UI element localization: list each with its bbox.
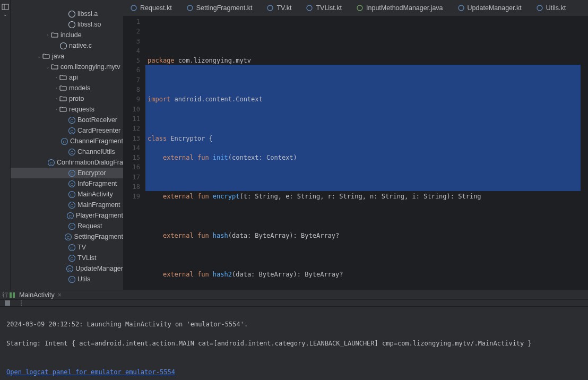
line-number: 3	[123, 37, 140, 46]
tree-item-mainactivity[interactable]: CMainActivity	[11, 189, 123, 200]
tab-label: TV.kt	[276, 4, 291, 12]
tree-item-com-lizongying-mytv[interactable]: ⌄com.lizongying.mytv	[11, 62, 123, 72]
kotlin-file-icon	[187, 5, 193, 11]
editor-tabs: Request.ktSettingFragment.ktTV.ktTVList.…	[123, 0, 588, 16]
line-number: 7	[123, 75, 140, 85]
tree-item-label: api	[69, 74, 78, 81]
line-number: 5	[123, 56, 140, 65]
kotlin-file-icon: C	[68, 201, 75, 209]
svg-text:C: C	[70, 277, 73, 282]
svg-point-49	[21, 305, 22, 306]
svg-text:C: C	[70, 224, 73, 229]
line-number: 14	[123, 143, 140, 153]
chevron-icon[interactable]: ›	[46, 32, 50, 38]
tab-label: SettingFragment.kt	[196, 4, 253, 12]
tree-item-include[interactable]: ›include	[11, 30, 123, 40]
line-number: 8	[123, 85, 140, 94]
tree-item-models[interactable]: ›models	[11, 83, 123, 93]
editor-tab-request-kt[interactable]: Request.kt	[123, 0, 179, 16]
stop-button[interactable]	[4, 300, 11, 306]
tree-item-encryptor[interactable]: CEncryptor	[11, 168, 123, 178]
project-view-toggle[interactable]	[2, 3, 9, 11]
editor-tab-settingfragment-kt[interactable]: SettingFragment.kt	[179, 0, 260, 16]
chevron-icon[interactable]: ⌄	[46, 64, 50, 70]
editor-tab-tvlist-kt[interactable]: TVList.kt	[299, 0, 349, 16]
tree-item-libssl-so[interactable]: libssl.so	[11, 19, 123, 30]
kotlin-file-icon: C	[68, 244, 75, 251]
svg-text:C: C	[50, 160, 53, 165]
kotlin-file-icon	[537, 5, 543, 11]
tool-window-gutter: ⌄	[0, 0, 11, 290]
kotlin-file-icon: C	[68, 254, 75, 262]
chevron-icon[interactable]: ⌄	[37, 54, 41, 59]
svg-point-42	[459, 5, 464, 11]
tree-item-channelutils[interactable]: CChannelUtils	[11, 146, 123, 157]
tree-item-label: SettingFragment	[74, 233, 123, 240]
kotlin-file-icon: C	[66, 265, 74, 272]
kotlin-file-icon: C	[68, 148, 75, 156]
tree-item-label: Request	[77, 222, 102, 230]
tree-item-request[interactable]: CRequest	[11, 221, 123, 231]
tree-item-label: requests	[69, 106, 94, 113]
logcat-link[interactable]: Open logcat panel for emulator emulator-…	[6, 368, 175, 376]
close-icon[interactable]: ×	[58, 291, 62, 299]
keyword: class	[148, 135, 167, 142]
chevron-down-icon[interactable]: ⌄	[3, 12, 7, 17]
code-editor[interactable]: 12345678910111213141516171819 package co…	[123, 16, 588, 290]
line-number: 1	[123, 17, 140, 27]
tree-item-proto[interactable]: ›proto	[11, 93, 123, 104]
c-file-icon	[68, 21, 75, 28]
tree-item-updatemanager[interactable]: CUpdateManager	[11, 263, 123, 274]
line-number: 2	[123, 27, 140, 36]
line-number: 10	[123, 105, 140, 114]
tree-item-mainfragment[interactable]: CMainFragment	[11, 200, 123, 210]
tree-item-tvlist[interactable]: CTVList	[11, 253, 123, 263]
run-panel-tabs: 行 MainActivity ×	[0, 290, 588, 300]
tree-item-label: MainActivity	[77, 191, 113, 198]
tree-item-infofragment[interactable]: CInfoFragment	[11, 178, 123, 189]
editor-tab-tv-kt[interactable]: TV.kt	[260, 0, 299, 16]
svg-point-4	[60, 42, 66, 49]
kotlin-file-icon: C	[68, 191, 75, 198]
chevron-icon[interactable]: ›	[54, 107, 58, 112]
tab-label: Request.kt	[140, 4, 172, 12]
console-output[interactable]: 2024-03-09 20:12:52: Launching MainActiv…	[0, 307, 588, 380]
tree-item-confirmationdialogfra[interactable]: CConfirmationDialogFra	[11, 157, 123, 168]
tree-item-label: models	[69, 84, 90, 92]
line-number: 4	[123, 46, 140, 56]
svg-text:C: C	[63, 139, 66, 144]
folder-icon	[51, 31, 58, 39]
tree-item-libssl-a[interactable]: libssl.a	[11, 8, 123, 19]
c-file-icon	[59, 42, 67, 49]
line-number: 11	[123, 114, 140, 124]
tree-item-label: ConfirmationDialogFra	[57, 159, 123, 166]
kotlin-file-icon: C	[48, 159, 55, 166]
tree-item-utils[interactable]: CUtils	[11, 274, 123, 284]
run-config-tab[interactable]: MainActivity ×	[3, 290, 67, 299]
kotlin-file-icon: C	[66, 212, 74, 219]
code-content[interactable]: package com.lizongying.mytv import andro…	[145, 16, 581, 290]
chevron-icon[interactable]: ›	[54, 85, 58, 91]
more-options[interactable]	[18, 300, 24, 306]
kotlin-file-icon	[267, 5, 273, 11]
editor-tab-inputmethodmanager-java[interactable]: InputMethodManager.java	[349, 0, 451, 16]
editor-tab-updatemanager-kt[interactable]: UpdateManager.kt	[451, 0, 529, 16]
svg-text:C: C	[70, 203, 73, 208]
tree-item-java[interactable]: ⌄java	[11, 51, 123, 62]
tree-item-settingfragment[interactable]: CSettingFragment	[11, 231, 123, 242]
tree-item-tv[interactable]: CTV	[11, 242, 123, 253]
tree-item-label: BootReceiver	[77, 116, 117, 124]
editor-tab-utils-kt[interactable]: Utils.kt	[529, 0, 574, 16]
svg-text:C: C	[68, 213, 72, 218]
tree-item-channelfragment[interactable]: CChannelFragment	[11, 136, 123, 146]
run-panel: 行 MainActivity × 2024-03-09 20:12:52: La…	[0, 290, 588, 380]
svg-text:C: C	[70, 256, 73, 261]
tree-item-api[interactable]: ›api	[11, 72, 123, 83]
tree-item-native-c[interactable]: native.c	[11, 40, 123, 51]
tree-item-bootreceiver[interactable]: CBootReceiver	[11, 115, 123, 125]
chevron-icon[interactable]: ›	[54, 96, 58, 101]
tree-item-cardpresenter[interactable]: CCardPresenter	[11, 125, 123, 136]
chevron-icon[interactable]: ›	[54, 75, 58, 80]
tree-item-requests[interactable]: ›requests	[11, 104, 123, 115]
tree-item-playerfragment[interactable]: CPlayerFragment	[11, 210, 123, 221]
